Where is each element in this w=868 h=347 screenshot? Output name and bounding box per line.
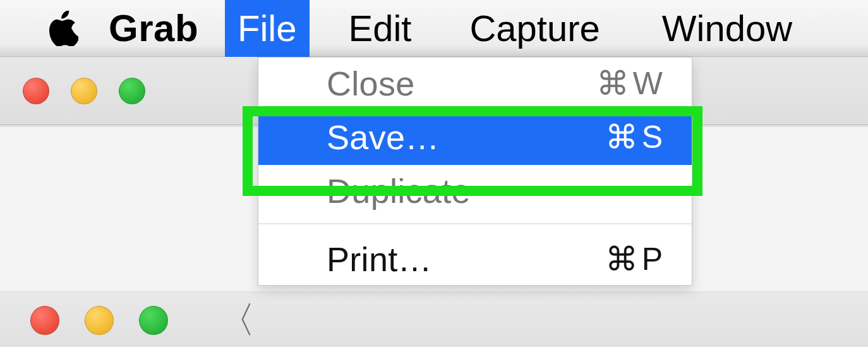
menu-bar: Grab File Edit Capture Window [0, 0, 868, 57]
menu-item-label: Duplicate [327, 171, 471, 210]
menu-item-window[interactable]: Window [649, 0, 805, 57]
back-chevron-icon[interactable]: 〈 [219, 296, 255, 345]
apple-logo-icon[interactable] [49, 11, 78, 46]
window-zoom-button-2[interactable] [139, 306, 168, 335]
menu-item-save[interactable]: Save… ⌘S [258, 109, 692, 165]
traffic-lights-2 [30, 306, 168, 335]
menu-item-shortcut: ⌘P [605, 240, 663, 278]
window-close-button-2[interactable] [30, 306, 59, 335]
window-minimize-button-2[interactable] [85, 306, 114, 335]
menu-item-edit[interactable]: Edit [336, 0, 425, 57]
cmd-symbol-icon: ⌘ [605, 240, 638, 278]
menu-item-label: Save… [327, 118, 440, 157]
file-dropdown-menu: Close ⌘W Save… ⌘S Duplicate Print… ⌘P [258, 57, 692, 286]
window-close-button[interactable] [23, 78, 49, 104]
menu-item-shortcut: ⌘S [605, 118, 663, 156]
menu-app-name[interactable]: Grab [109, 6, 198, 50]
menu-item-label: Close [327, 64, 415, 103]
menu-item-label: Print… [327, 240, 432, 279]
menu-separator [258, 223, 692, 224]
cmd-symbol-icon: ⌘ [596, 64, 629, 102]
menu-item-close[interactable]: Close ⌘W [258, 58, 692, 109]
menu-item-file[interactable]: File [225, 0, 309, 57]
menu-item-capture[interactable]: Capture [457, 0, 612, 57]
traffic-lights-1 [23, 78, 145, 104]
menu-item-print[interactable]: Print… ⌘P [258, 233, 692, 285]
menu-item-shortcut: ⌘W [596, 64, 663, 102]
window-titlebar-2: 〈 [0, 292, 868, 347]
menu-item-duplicate[interactable]: Duplicate [258, 165, 692, 217]
window-zoom-button[interactable] [119, 78, 145, 104]
window-minimize-button[interactable] [71, 78, 97, 104]
cmd-symbol-icon: ⌘ [605, 118, 638, 156]
